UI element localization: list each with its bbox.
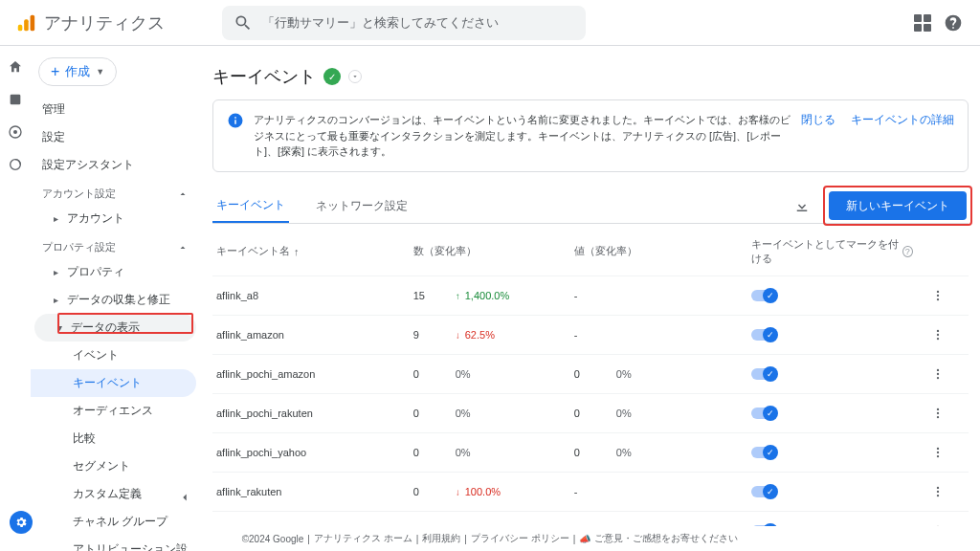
svg-point-9 — [936, 298, 938, 299]
chevron-down-icon: ▼ — [96, 67, 104, 77]
svg-point-7 — [936, 290, 938, 292]
nav-data-display[interactable]: ▾データの表示 — [34, 314, 196, 342]
search-input[interactable]: 「行動サマリー」と検索してみてください — [222, 6, 586, 40]
nav-key-events[interactable]: キーイベント — [31, 369, 196, 397]
rail-home-icon[interactable] — [6, 57, 25, 77]
toggle-switch[interactable] — [751, 486, 776, 497]
cell-name: aflink_amazon — [212, 315, 406, 354]
collapse-sidebar-icon[interactable] — [175, 488, 194, 507]
nav-settings[interactable]: 設定 — [31, 123, 200, 151]
cell-toggle — [744, 276, 921, 315]
svg-point-15 — [936, 376, 938, 378]
more-icon[interactable] — [928, 443, 947, 462]
megaphone-icon: 📣 — [579, 534, 590, 544]
svg-point-24 — [936, 494, 938, 496]
nav-setup-assistant[interactable]: 設定アシスタント — [31, 151, 200, 179]
account-settings-header[interactable]: アカウント設定 — [31, 179, 200, 205]
key-events-table: キーイベント名↑ 数（変化率） 値（変化率） キーイベントとしてマークを付ける?… — [212, 228, 969, 527]
nav-segments[interactable]: セグメント — [31, 452, 200, 480]
toggle-switch[interactable] — [751, 290, 776, 301]
toggle-switch[interactable] — [751, 329, 776, 341]
more-icon[interactable] — [928, 482, 947, 501]
toggle-switch[interactable] — [751, 408, 776, 419]
nav-property[interactable]: ▸プロパティ — [31, 258, 200, 286]
svg-point-11 — [936, 333, 938, 335]
nav-admin[interactable]: 管理 — [31, 96, 200, 123]
footer-link-terms[interactable]: 利用規約 — [422, 532, 460, 545]
footer-feedback[interactable]: ご意見・ご感想をお寄せください — [594, 532, 738, 545]
col-count: 数（変化率） — [413, 245, 477, 256]
svg-point-8 — [936, 294, 938, 296]
tab-key-events[interactable]: キーイベント — [212, 189, 289, 223]
cell-count: 00% — [406, 511, 567, 526]
settings-fab-icon[interactable] — [10, 511, 33, 534]
help-icon[interactable]: ? — [902, 246, 913, 257]
cell-actions — [921, 315, 969, 354]
banner-close-link[interactable]: 閉じる — [801, 112, 835, 128]
banner-details-link[interactable]: キーイベントの詳細 — [851, 112, 954, 128]
create-label: 作成 — [65, 63, 90, 80]
app-title: アナリティクス — [44, 11, 165, 34]
cell-name: aflink_a8 — [212, 276, 406, 315]
tab-network-settings[interactable]: ネットワーク設定 — [312, 190, 412, 222]
rail-ads-icon[interactable] — [6, 155, 25, 174]
svg-point-13 — [936, 368, 938, 370]
create-button[interactable]: + 作成 ▼ — [38, 57, 117, 86]
apps-icon[interactable] — [911, 11, 934, 34]
rail-reports-icon[interactable] — [6, 90, 25, 109]
cell-value: 00% — [567, 393, 744, 432]
svg-rect-0 — [18, 24, 23, 30]
svg-point-18 — [936, 415, 938, 417]
svg-point-12 — [936, 337, 938, 339]
status-dropdown-icon[interactable] — [348, 70, 362, 83]
help-icon[interactable] — [942, 11, 965, 34]
cell-actions — [921, 472, 969, 511]
info-banner: アナリティクスのコンバージョンは、キーイベントという名前に変更されました。キーイ… — [212, 99, 969, 172]
rail-explore-icon[interactable] — [6, 122, 25, 142]
banner-text: アナリティクスのコンバージョンは、キーイベントという名前に変更されました。キーイ… — [254, 112, 791, 160]
footer-link-home[interactable]: アナリティクス ホーム — [314, 532, 412, 545]
cell-toggle — [744, 511, 921, 526]
table-row: aflink_a815↑ 1,400.0%- — [212, 276, 969, 315]
new-key-event-button[interactable]: 新しいキーイベント — [829, 191, 967, 220]
cell-actions — [921, 511, 969, 526]
table-row: aflink_pochi_rakuten00%00% — [212, 393, 969, 432]
analytics-logo-icon — [15, 12, 36, 33]
footer-link-privacy[interactable]: プライバシー ポリシー — [471, 532, 569, 545]
cell-count: 00% — [406, 354, 567, 393]
more-icon[interactable] — [928, 325, 947, 344]
nav-account[interactable]: ▸アカウント — [31, 205, 200, 232]
sort-asc-icon: ↑ — [294, 246, 300, 257]
chevron-up-icon — [177, 188, 189, 200]
svg-point-16 — [936, 408, 938, 409]
nav-data-collection[interactable]: ▸データの収集と修正 — [31, 286, 200, 314]
page-title: キーイベント — [212, 65, 316, 88]
toggle-switch[interactable] — [751, 447, 776, 458]
chevron-up-icon — [177, 242, 189, 253]
more-icon[interactable] — [928, 364, 947, 384]
cell-count: 00% — [406, 393, 567, 432]
nav-events[interactable]: イベント — [31, 342, 200, 369]
cell-name: aflink_rakuten — [212, 472, 406, 511]
cell-name: aflink_valuecommerce — [212, 511, 406, 526]
col-name[interactable]: キーイベント名↑ — [216, 244, 300, 258]
svg-rect-3 — [11, 95, 21, 105]
cell-name: aflink_pochi_amazon — [212, 354, 406, 393]
table-row: aflink_rakuten0↓ 100.0%- — [212, 472, 969, 511]
svg-point-14 — [936, 372, 938, 374]
table-row: aflink_amazon9↓ 62.5%- — [212, 315, 969, 354]
cell-value: - — [567, 315, 744, 354]
more-icon[interactable] — [928, 286, 947, 305]
property-settings-header[interactable]: プロパティ設定 — [31, 232, 200, 258]
cell-count: 00% — [406, 432, 567, 472]
table-row: aflink_valuecommerce00%00% — [212, 511, 969, 526]
footer: ©2024 Google | アナリティクス ホーム | 利用規約 | プライバ… — [0, 526, 980, 551]
more-icon[interactable] — [928, 404, 947, 423]
download-icon[interactable] — [789, 192, 815, 219]
cell-actions — [921, 354, 969, 393]
cell-actions — [921, 432, 969, 472]
cell-actions — [921, 393, 969, 432]
nav-compare[interactable]: 比較 — [31, 425, 200, 452]
toggle-switch[interactable] — [751, 368, 776, 380]
nav-audiences[interactable]: オーディエンス — [31, 397, 200, 425]
